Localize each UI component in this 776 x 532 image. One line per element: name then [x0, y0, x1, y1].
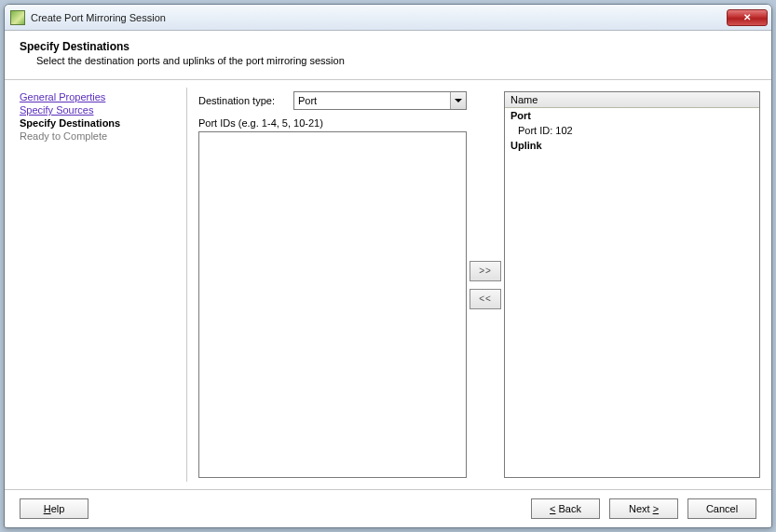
- step-general-properties[interactable]: General Properties: [20, 91, 181, 102]
- destination-type-select[interactable]: Port: [293, 91, 467, 110]
- wizard-body: General Properties Specify Sources Speci…: [5, 80, 771, 490]
- port-ids-listbox[interactable]: [198, 131, 467, 478]
- titlebar[interactable]: Create Port Mirroring Session ✕: [5, 5, 771, 31]
- destination-type-value: Port: [294, 95, 450, 106]
- step-specify-destinations: Specify Destinations: [20, 117, 181, 129]
- row-port-group[interactable]: Port: [505, 108, 759, 123]
- wizard-header: Specify Destinations Select the destinat…: [5, 31, 771, 80]
- row-uplink-group[interactable]: Uplink: [505, 138, 759, 153]
- app-icon: [10, 10, 25, 25]
- page-subtitle: Select the destination ports and uplinks…: [36, 55, 758, 66]
- port-ids-label: Port IDs (e.g. 1-4, 5, 10-21): [198, 117, 467, 129]
- step-specify-sources[interactable]: Specify Sources: [20, 104, 181, 116]
- dialog-window: Create Port Mirroring Session ✕ Specify …: [4, 4, 772, 528]
- source-column: Destination type: Port Port IDs (e.g. 1-…: [198, 91, 467, 478]
- wizard-footer: Help < Back Next > Cancel: [5, 490, 771, 527]
- help-button[interactable]: Help: [20, 498, 88, 519]
- transfer-buttons: >> <<: [467, 91, 504, 478]
- destination-type-label: Destination type:: [198, 95, 293, 106]
- remove-button[interactable]: <<: [470, 289, 501, 309]
- destination-column: Name Port Port ID: 102 Uplink: [504, 91, 760, 478]
- back-button[interactable]: < Back: [531, 498, 600, 519]
- add-button[interactable]: >>: [470, 261, 501, 281]
- cancel-button[interactable]: Cancel: [688, 498, 756, 519]
- wizard-steps: General Properties Specify Sources Speci…: [12, 88, 187, 482]
- next-button[interactable]: Next >: [609, 498, 678, 519]
- window-title: Create Port Mirroring Session: [31, 12, 166, 23]
- close-icon: ✕: [743, 12, 751, 22]
- chevron-down-icon: [450, 92, 466, 109]
- row-port-id[interactable]: Port ID: 102: [505, 123, 759, 138]
- main-panel: Destination type: Port Port IDs (e.g. 1-…: [187, 88, 762, 482]
- step-ready-to-complete: Ready to Complete: [20, 130, 181, 142]
- close-button[interactable]: ✕: [727, 9, 768, 26]
- page-title: Specify Destinations: [20, 40, 758, 53]
- column-header-name[interactable]: Name: [505, 92, 759, 108]
- destinations-table[interactable]: Name Port Port ID: 102 Uplink: [504, 91, 760, 478]
